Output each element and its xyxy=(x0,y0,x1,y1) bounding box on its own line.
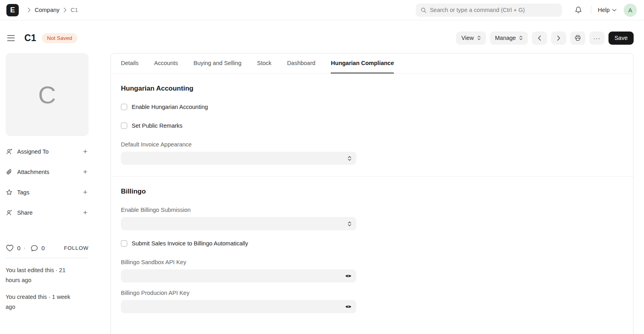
field-label: Default Invoice Appearance xyxy=(121,141,623,148)
main-area: C Assigned To + Attachments + xyxy=(0,53,644,334)
breadcrumb: Company C1 xyxy=(28,7,78,13)
select-chevrons-icon xyxy=(348,221,352,227)
billingo-sandbox-api-key-input[interactable] xyxy=(126,273,345,279)
billingo-sandbox-api-key-field: Billingo Sandbox API Key xyxy=(121,259,623,283)
app-logo[interactable]: E xyxy=(6,4,19,16)
billingo-producion-api-key-input-wrap xyxy=(121,300,356,313)
submit-sales-invoice-row[interactable]: Submit Sales Invoice to Billingo Automat… xyxy=(121,240,623,247)
default-invoice-appearance-select[interactable] xyxy=(121,152,356,165)
more-options-button[interactable]: ··· xyxy=(589,32,604,45)
next-document-button[interactable] xyxy=(551,32,566,45)
company-initial: C xyxy=(38,81,56,109)
heart-icon[interactable] xyxy=(6,244,14,252)
set-public-remarks-checkbox[interactable] xyxy=(121,123,127,129)
page-title: C1 xyxy=(24,33,36,43)
search-input[interactable] xyxy=(430,7,557,13)
print-button[interactable] xyxy=(570,32,585,45)
company-image-placeholder[interactable]: C xyxy=(6,53,89,136)
document-sidebar: C Assigned To + Attachments + xyxy=(6,53,89,319)
add-assignment-button[interactable]: + xyxy=(82,148,89,155)
checkbox-label: Enable Hungarian Accounting xyxy=(132,104,208,110)
comment-icon[interactable] xyxy=(30,245,38,252)
sidebar-sections: Assigned To + Attachments + Tags + xyxy=(6,141,89,223)
section-divider xyxy=(111,176,633,177)
status-badge: Not Saved xyxy=(42,33,77,43)
last-edited-text: You last edited this · 21 hours ago xyxy=(6,265,81,285)
set-public-remarks-row[interactable]: Set Public Remarks xyxy=(121,123,623,129)
top-navbar: E Company C1 Help A xyxy=(0,0,644,20)
sidebar-item-tags[interactable]: Tags + xyxy=(6,182,89,202)
sidebar-item-assigned-to[interactable]: Assigned To + xyxy=(6,141,89,162)
tab-content: Hungarian Accounting Enable Hungarian Ac… xyxy=(111,73,633,334)
billingo-producion-api-key-field: Billingo Producion API Key xyxy=(121,290,623,313)
view-button-label: View xyxy=(461,35,474,41)
breadcrumb-company[interactable]: Company xyxy=(35,7,59,13)
tab-hungarian-compliance[interactable]: Hungarian Compliance xyxy=(331,53,394,73)
field-label: Billingo Sandbox API Key xyxy=(121,259,623,265)
enable-hungarian-accounting-checkbox[interactable] xyxy=(121,104,127,110)
user-plus-icon xyxy=(6,148,13,155)
chevron-down-icon xyxy=(612,9,616,12)
field-label: Enable Billingo Submission xyxy=(121,207,623,213)
checkbox-label: Set Public Remarks xyxy=(132,123,182,129)
enable-hungarian-accounting-row[interactable]: Enable Hungarian Accounting xyxy=(121,104,623,110)
select-chevrons-icon xyxy=(519,35,523,41)
global-search[interactable] xyxy=(416,4,562,17)
tab-buying-and-selling[interactable]: Buying and Selling xyxy=(194,53,241,73)
chevron-left-icon xyxy=(538,36,541,41)
previous-document-button[interactable] xyxy=(532,32,547,45)
add-attachment-button[interactable]: + xyxy=(82,168,89,176)
sidebar-item-label: Share xyxy=(17,209,33,216)
navbar-divider xyxy=(591,6,591,14)
comment-count[interactable]: 0 xyxy=(41,245,45,251)
engagement-row: 0 · 0 FOLLOW xyxy=(6,244,89,252)
view-button[interactable]: View xyxy=(456,32,486,45)
form-card: Details Accounts Buying and Selling Stoc… xyxy=(111,53,634,334)
sidebar-divider xyxy=(6,258,89,258)
user-avatar[interactable]: A xyxy=(624,4,637,17)
chevron-right-icon xyxy=(28,8,31,12)
sidebar-item-label: Assigned To xyxy=(17,148,49,155)
checkbox-label: Submit Sales Invoice to Billingo Automat… xyxy=(132,240,248,247)
select-chevrons-icon xyxy=(477,35,481,41)
hamburger-menu-icon[interactable] xyxy=(6,34,16,43)
billingo-sandbox-api-key-input-wrap xyxy=(121,269,356,283)
created-text: You created this · 1 week ago xyxy=(6,292,81,312)
header-actions: View Manage ··· Save xyxy=(456,32,634,45)
sidebar-item-label: Tags xyxy=(17,189,30,196)
tab-accounts[interactable]: Accounts xyxy=(154,53,178,73)
field-label: Billingo Producion API Key xyxy=(121,290,623,296)
chevron-right-icon xyxy=(557,36,560,41)
enable-billingo-submission-select[interactable] xyxy=(121,217,356,230)
sidebar-item-attachments[interactable]: Attachments + xyxy=(6,162,89,182)
navbar-right: Help A xyxy=(572,4,637,17)
section-title-hungarian-accounting: Hungarian Accounting xyxy=(121,85,623,93)
sidebar-item-share[interactable]: Share + xyxy=(6,202,89,223)
save-button[interactable]: Save xyxy=(608,32,634,45)
sidebar-item-label: Attachments xyxy=(17,169,49,175)
submit-sales-invoice-checkbox[interactable] xyxy=(121,240,127,247)
manage-button-label: Manage xyxy=(495,35,516,41)
tab-dashboard[interactable]: Dashboard xyxy=(287,53,315,73)
search-icon xyxy=(421,7,427,13)
billingo-producion-api-key-input[interactable] xyxy=(126,304,345,310)
add-share-button[interactable]: + xyxy=(82,209,89,216)
help-menu[interactable]: Help xyxy=(598,7,616,13)
eye-icon[interactable] xyxy=(345,304,352,309)
tab-stock[interactable]: Stock xyxy=(257,53,271,73)
star-icon xyxy=(6,189,13,196)
dot-separator: · xyxy=(24,245,26,252)
manage-button[interactable]: Manage xyxy=(490,32,528,45)
paperclip-icon xyxy=(6,168,13,176)
follow-button[interactable]: FOLLOW xyxy=(64,245,89,251)
breadcrumb-current[interactable]: C1 xyxy=(71,7,78,13)
help-label: Help xyxy=(598,7,610,13)
section-title-billingo: Billingo xyxy=(121,188,623,196)
printer-icon xyxy=(574,34,581,42)
like-count[interactable]: 0 xyxy=(17,245,20,251)
notifications-bell-icon[interactable] xyxy=(572,4,585,16)
add-tag-button[interactable]: + xyxy=(82,188,89,196)
tab-details[interactable]: Details xyxy=(121,53,138,73)
eye-icon[interactable] xyxy=(345,274,352,278)
enable-billingo-submission-field: Enable Billingo Submission xyxy=(121,207,623,230)
